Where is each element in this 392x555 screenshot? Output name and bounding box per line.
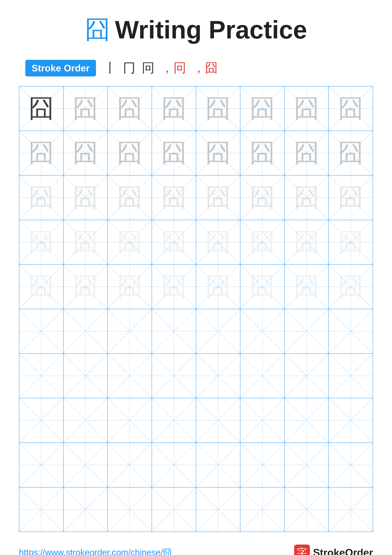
grid-cell[interactable]: 囧	[285, 175, 329, 220]
guide-char: 囧	[338, 91, 363, 126]
grid-cell[interactable]	[108, 354, 152, 398]
grid-cell[interactable]	[64, 443, 108, 487]
grid-cell[interactable]: 囧	[108, 175, 152, 220]
grid-cell[interactable]	[285, 398, 329, 443]
grid-cell[interactable]	[285, 309, 329, 353]
grid-cell[interactable]: 囧	[19, 86, 64, 131]
grid-cell[interactable]: 囧	[329, 175, 373, 220]
footer-url[interactable]: https://www.strokeorder.com/chinese/囧	[19, 547, 172, 555]
grid-cell[interactable]: 囧	[108, 220, 152, 264]
grid-cell[interactable]	[329, 398, 373, 443]
grid-cell[interactable]	[329, 488, 373, 532]
title-character: 囧	[85, 13, 110, 47]
guide-char: 囧	[117, 181, 142, 215]
grid-cell[interactable]	[64, 398, 108, 443]
grid-cell[interactable]	[108, 488, 152, 532]
grid-cell[interactable]: 囧	[329, 220, 373, 264]
grid-cell[interactable]	[240, 354, 285, 398]
grid-cell[interactable]: 囧	[152, 175, 196, 220]
grid-cell[interactable]	[152, 354, 196, 398]
grid-cell[interactable]: 囧	[196, 131, 241, 175]
guide-char: 囧	[338, 136, 363, 170]
grid-cell[interactable]	[240, 398, 285, 443]
grid-cell[interactable]: 囧	[196, 86, 241, 131]
grid-cell[interactable]: 囧	[240, 131, 285, 175]
grid-cell[interactable]	[285, 488, 329, 532]
grid-cell[interactable]: 囧	[285, 220, 329, 264]
page-container: 囧 Writing Practice Stroke Order 丨 冂 冋 ，冋…	[0, 0, 392, 555]
grid-cell[interactable]: 囧	[285, 265, 329, 309]
grid-cell[interactable]	[240, 488, 285, 532]
grid-cell[interactable]: 囧	[19, 175, 64, 220]
grid-cell[interactable]	[19, 309, 64, 353]
grid-cell[interactable]: 囧	[240, 86, 285, 131]
grid-cell[interactable]	[329, 354, 373, 398]
grid-cell[interactable]: 囧	[196, 220, 241, 264]
grid-cell[interactable]	[196, 443, 241, 487]
grid-cell[interactable]: 囧	[152, 265, 196, 309]
grid-cell[interactable]	[285, 354, 329, 398]
grid-cell[interactable]	[329, 309, 373, 353]
guide-char: 囧	[117, 225, 142, 259]
grid-cell[interactable]: 囧	[19, 265, 64, 309]
grid-cell[interactable]: 囧	[152, 86, 196, 131]
grid-cell[interactable]: 囧	[329, 265, 373, 309]
grid-cell[interactable]	[329, 443, 373, 487]
guide-char: 囧	[205, 91, 231, 126]
guide-char: 囧	[29, 181, 54, 215]
grid-cell[interactable]	[108, 398, 152, 443]
grid-cell[interactable]: 囧	[240, 265, 285, 309]
grid-cell[interactable]: 囧	[152, 131, 196, 175]
grid-cell[interactable]	[19, 443, 64, 487]
grid-cell[interactable]	[64, 354, 108, 398]
grid-cell[interactable]: 囧	[329, 86, 373, 131]
grid-cell[interactable]: 囧	[240, 220, 285, 264]
grid-cell[interactable]: 囧	[108, 265, 152, 309]
grid-cell[interactable]: 囧	[64, 220, 108, 264]
grid-cell[interactable]	[108, 309, 152, 353]
grid-cell[interactable]	[64, 488, 108, 532]
grid-cell[interactable]	[152, 398, 196, 443]
grid-cell[interactable]: 囧	[108, 131, 152, 175]
grid-cell[interactable]	[108, 443, 152, 487]
guide-char: 囧	[161, 270, 187, 304]
grid-cell[interactable]	[19, 488, 64, 532]
brand-name: StrokeOrder	[313, 547, 373, 555]
grid-cell[interactable]: 囧	[19, 131, 64, 175]
grid-cell[interactable]: 囧	[285, 131, 329, 175]
grid-cell[interactable]	[240, 443, 285, 487]
grid-cell[interactable]	[19, 398, 64, 443]
grid-cell[interactable]: 囧	[240, 175, 285, 220]
grid-cell[interactable]: 囧	[108, 86, 152, 131]
grid-cell[interactable]: 囧	[196, 175, 241, 220]
guide-char: 囧	[161, 181, 187, 215]
grid-cell[interactable]: 囧	[329, 131, 373, 175]
grid-cell[interactable]: 囧	[64, 175, 108, 220]
grid-cell[interactable]: 囧	[152, 220, 196, 264]
grid-cell[interactable]: 囧	[64, 131, 108, 175]
grid-cell[interactable]	[19, 354, 64, 398]
grid-cell[interactable]	[196, 309, 241, 353]
grid-cell[interactable]: 囧	[196, 265, 241, 309]
grid-cell[interactable]	[196, 398, 241, 443]
guide-char: 囧	[338, 225, 363, 259]
grid-cell[interactable]: 囧	[285, 86, 329, 131]
stroke-step-3: 冋	[142, 59, 155, 77]
stroke-step-2: 冂	[123, 59, 135, 77]
grid-cell[interactable]: 囧	[64, 265, 108, 309]
grid-cell[interactable]	[240, 309, 285, 353]
grid-cell[interactable]	[152, 488, 196, 532]
guide-char: 囧	[338, 181, 363, 215]
grid-cell[interactable]	[152, 443, 196, 487]
grid-cell[interactable]: 囧	[19, 220, 64, 264]
grid-cell[interactable]	[196, 488, 241, 532]
grid-cell[interactable]	[152, 309, 196, 353]
grid-cell[interactable]	[64, 309, 108, 353]
grid-cell[interactable]	[196, 354, 241, 398]
grid-cell[interactable]	[285, 443, 329, 487]
guide-char: 囧	[250, 136, 275, 170]
footer: https://www.strokeorder.com/chinese/囧 字 …	[19, 532, 373, 555]
guide-char: 囧	[338, 270, 363, 304]
grid-cell[interactable]: 囧	[64, 86, 108, 131]
grid-row: 囧囧囧囧囧囧囧囧	[19, 265, 373, 309]
